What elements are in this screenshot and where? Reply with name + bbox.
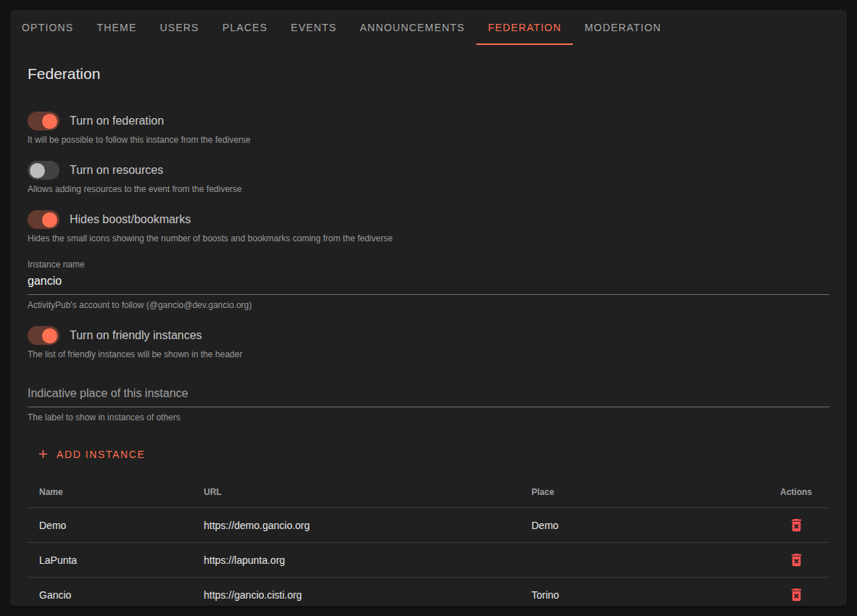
instance-url-cell: https://demo.gancio.org — [192, 508, 520, 543]
page-title: Federation — [28, 65, 829, 83]
add-instance-label: ADD INSTANCE — [57, 449, 145, 460]
field-hint: The label to show in instances of others — [28, 412, 829, 423]
toggle-hint: Allows adding resources to the event fro… — [28, 184, 829, 194]
hide-boost-setting: Hides boost/bookmarks Hides the small ic… — [28, 210, 829, 244]
tab-moderation[interactable]: MODERATION — [573, 10, 673, 45]
trash-icon — [788, 559, 805, 570]
turn-on-resources-toggle[interactable] — [28, 161, 59, 180]
toggle-label[interactable]: Turn on resources — [70, 164, 163, 177]
friendly-instances-setting: Turn on friendly instances The list of f… — [28, 326, 829, 359]
friendly-instances-table: Name URL Place Actions Demo https://demo… — [28, 480, 829, 606]
federation-settings-panel: Federation Turn on federation It will be… — [10, 45, 847, 606]
tab-options[interactable]: OPTIONS — [10, 10, 85, 45]
instance-place-field: The label to show in instances of others — [28, 386, 829, 423]
instance-name-cell: Gancio — [28, 578, 192, 607]
instance-place-cell — [520, 543, 763, 578]
toggle-thumb — [42, 212, 57, 228]
instance-name-input[interactable] — [28, 273, 829, 295]
column-header-name: Name — [28, 480, 192, 508]
column-header-actions: Actions — [763, 480, 829, 508]
admin-settings-card: OPTIONS THEME USERS PLACES EVENTS ANNOUN… — [10, 10, 847, 606]
toggle-thumb — [42, 328, 57, 344]
column-header-url: URL — [192, 480, 520, 508]
table-row: LaPunta https://lapunta.org — [28, 543, 829, 578]
delete-instance-button[interactable] — [787, 585, 806, 604]
tab-events[interactable]: EVENTS — [279, 10, 348, 45]
hide-boost-bookmarks-toggle[interactable] — [28, 210, 59, 229]
toggle-thumb — [42, 114, 57, 129]
resources-setting: Turn on resources Allows adding resource… — [28, 161, 829, 194]
instance-name-field: Instance name ActivityPub's account to f… — [28, 259, 829, 310]
instance-place-input[interactable] — [28, 386, 829, 407]
instance-place-cell: Torino — [520, 578, 763, 607]
tab-places[interactable]: PLACES — [211, 10, 279, 45]
table-row: Demo https://demo.gancio.org Demo — [28, 508, 829, 543]
instance-place-cell: Demo — [520, 508, 763, 543]
instance-name-cell: Demo — [28, 508, 192, 543]
column-header-place: Place — [520, 480, 763, 508]
plus-icon — [36, 447, 50, 461]
tab-announcements[interactable]: ANNOUNCEMENTS — [348, 10, 476, 45]
field-label: Instance name — [28, 259, 829, 270]
toggle-thumb — [30, 163, 45, 178]
turn-on-friendly-instances-toggle[interactable] — [28, 326, 59, 345]
field-hint: ActivityPub's account to follow (@gancio… — [28, 300, 829, 310]
toggle-label[interactable]: Hides boost/bookmarks — [70, 213, 191, 226]
toggle-hint: The list of friendly instances will be s… — [28, 349, 829, 359]
instance-name-cell: LaPunta — [28, 543, 192, 578]
tab-federation[interactable]: FEDERATION — [476, 10, 573, 45]
tab-theme[interactable]: THEME — [85, 10, 148, 45]
turn-on-federation-toggle[interactable] — [28, 112, 59, 130]
toggle-label[interactable]: Turn on friendly instances — [70, 329, 202, 342]
federation-setting: Turn on federation It will be possible t… — [28, 112, 829, 145]
delete-instance-button[interactable] — [787, 550, 806, 570]
instance-url-cell: https://gancio.cisti.org — [192, 578, 520, 607]
trash-icon — [788, 594, 805, 605]
delete-instance-button[interactable] — [787, 515, 806, 535]
table-row: Gancio https://gancio.cisti.org Torino — [28, 578, 829, 607]
table-header-row: Name URL Place Actions — [28, 480, 829, 508]
tab-users[interactable]: USERS — [148, 10, 210, 45]
toggle-hint: It will be possible to follow this insta… — [28, 135, 829, 145]
instance-url-cell: https://lapunta.org — [192, 543, 520, 578]
toggle-hint: Hides the small icons showing the number… — [28, 233, 829, 244]
trash-icon — [788, 525, 805, 536]
add-instance-button[interactable]: ADD INSTANCE — [30, 441, 154, 467]
toggle-label[interactable]: Turn on federation — [70, 115, 164, 128]
admin-tab-bar: OPTIONS THEME USERS PLACES EVENTS ANNOUN… — [10, 10, 847, 45]
